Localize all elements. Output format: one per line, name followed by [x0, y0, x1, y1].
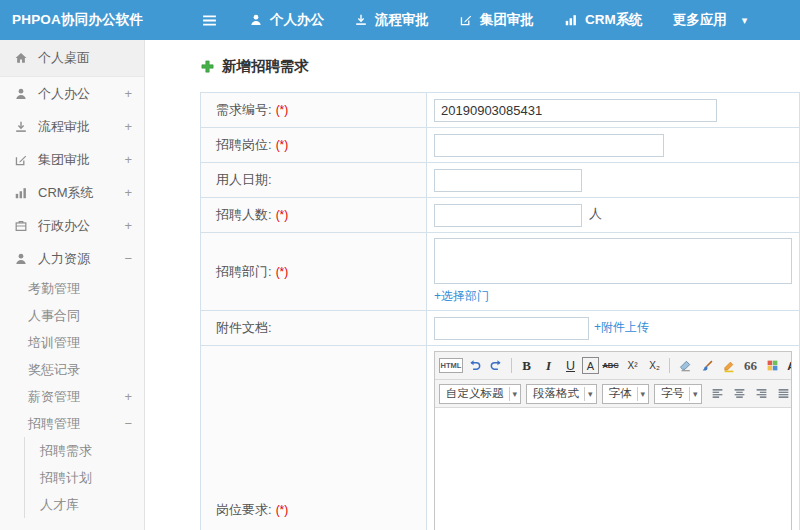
recruit-post-label: 招聘岗位:(*): [201, 128, 427, 163]
italic-button[interactable]: I: [538, 355, 559, 376]
sidebar-item-workflow-approval[interactable]: 流程审批+: [0, 110, 144, 143]
sidebar-item-personal-office[interactable]: 个人办公+: [0, 77, 144, 110]
topnav-label: 集团审批: [480, 11, 534, 29]
topnav-more-apps[interactable]: 更多应用▾: [658, 0, 763, 40]
recruit-count-unit: 人: [589, 206, 602, 221]
editor-toolbar-row2: 自定义标题▾段落格式▾字体▾字号▾: [435, 380, 791, 408]
blockquote-button[interactable]: 66: [740, 355, 761, 376]
topnav-group-approval[interactable]: 集团审批: [444, 0, 549, 40]
plus-icon[interactable]: +: [124, 389, 132, 404]
sidebar-item-group-approval[interactable]: 集团审批+: [0, 143, 144, 176]
edit-icon: [459, 13, 473, 27]
sidebar-item-crm-system[interactable]: CRM系统+: [0, 176, 144, 209]
sidebar-item-training-mgmt[interactable]: 培训管理: [0, 329, 144, 356]
sidebar-item-label: 人力资源: [38, 250, 90, 268]
hire-date-input[interactable]: [434, 169, 582, 192]
superscript-button[interactable]: X²: [622, 355, 643, 376]
topnav-label: 流程审批: [375, 11, 429, 29]
topbar: PHPOA协同办公软件 个人办公流程审批集团审批CRM系统更多应用▾: [0, 0, 800, 40]
align-right-button[interactable]: [751, 383, 772, 404]
sidebar: 个人桌面个人办公+流程审批+集团审批+CRM系统+行政办公+人力资源−考勤管理人…: [0, 40, 145, 530]
sidebar-item-label: 考勤管理: [28, 280, 80, 298]
font-color-button[interactable]: A▾: [784, 355, 791, 376]
align-center-button[interactable]: [729, 383, 750, 404]
align-left-button[interactable]: [707, 383, 728, 404]
plus-icon[interactable]: +: [124, 185, 132, 200]
sidebar-item-attendance-mgmt[interactable]: 考勤管理: [0, 275, 144, 302]
sidebar-item-salary-mgmt[interactable]: 薪资管理+: [0, 383, 144, 410]
select-value: 自定义标题: [446, 386, 504, 401]
font-family-select[interactable]: 字体▾: [602, 384, 650, 404]
editor-content-area[interactable]: [435, 408, 791, 530]
user-icon: [249, 13, 263, 27]
recruit-dept-label: 招聘部门:(*): [201, 233, 427, 311]
minus-icon[interactable]: −: [124, 251, 132, 266]
highlight-button[interactable]: [718, 355, 739, 376]
format-painter-button[interactable]: [696, 355, 717, 376]
font-size-select[interactable]: 字号▾: [654, 384, 702, 404]
demand-no-label: 需求编号:(*): [201, 93, 427, 128]
topnav-personal-office[interactable]: 个人办公: [234, 0, 339, 40]
heading-select[interactable]: 自定义标题▾: [439, 384, 521, 404]
post-requirement-label: 岗位要求:(*): [201, 346, 427, 530]
subscript-button[interactable]: X₂: [644, 355, 665, 376]
font-border-button[interactable]: A: [582, 357, 599, 374]
strikethrough-button[interactable]: ABC: [600, 355, 621, 376]
paragraph-select[interactable]: 段落格式▾: [526, 384, 597, 404]
undo-button[interactable]: [464, 355, 485, 376]
emoticon-button[interactable]: [762, 355, 783, 376]
attachment-input[interactable]: [434, 317, 589, 340]
plus-icon[interactable]: +: [124, 152, 132, 167]
eraser-button[interactable]: [674, 355, 695, 376]
align-justify-button[interactable]: [773, 383, 791, 404]
sidebar-item-recruit-plan[interactable]: 招聘计划: [0, 464, 144, 491]
caret-down-icon: ▾: [584, 387, 596, 401]
sidebar-item-reward-punish[interactable]: 奖惩记录: [0, 356, 144, 383]
page-title: 新增招聘需求: [200, 57, 800, 76]
attachment-upload-link[interactable]: +附件上传: [594, 320, 649, 334]
recruit-dept-textarea[interactable]: [434, 238, 792, 284]
required-mark: (*): [276, 138, 289, 152]
source-button[interactable]: HTML: [439, 358, 463, 373]
underline-button[interactable]: U: [560, 355, 581, 376]
topnav-label: 更多应用: [673, 11, 727, 29]
form-row-recruit-post: 招聘岗位:(*): [201, 128, 800, 163]
people-icon: [14, 252, 30, 266]
caret-down-icon: ▾: [637, 387, 649, 401]
sidebar-item-admin-office[interactable]: 行政办公+: [0, 209, 144, 242]
sidebar-item-recruit-demand[interactable]: 招聘需求: [0, 437, 144, 464]
sidebar-item-label: 培训管理: [28, 334, 80, 352]
plus-icon[interactable]: +: [124, 119, 132, 134]
recruit-post-input[interactable]: [434, 134, 664, 157]
minus-icon[interactable]: −: [124, 416, 132, 431]
sidebar-item-human-resources[interactable]: 人力资源−: [0, 242, 144, 275]
topnav-crm-system[interactable]: CRM系统: [549, 0, 658, 40]
menu-toggle-icon[interactable]: [201, 12, 218, 29]
main-content: 新增招聘需求 需求编号:(*)招聘岗位:(*)用人日期:招聘人数:(*)人招聘部…: [145, 40, 800, 530]
sidebar-item-talent-pool[interactable]: 人才库: [0, 491, 144, 518]
download-icon: [354, 13, 368, 27]
required-mark: (*): [276, 208, 289, 222]
sidebar-item-label: 人事合同: [28, 307, 80, 325]
sidebar-item-personal-desktop[interactable]: 个人桌面: [0, 40, 144, 77]
sidebar-item-recruit-mgmt[interactable]: 招聘管理−: [0, 410, 144, 437]
redo-button[interactable]: [486, 355, 507, 376]
recruit-count-input[interactable]: [434, 204, 582, 227]
hire-date-label: 用人日期:: [201, 163, 427, 198]
demand-no-input[interactable]: [434, 99, 717, 122]
sidebar-item-label: 招聘计划: [40, 469, 92, 487]
sidebar-item-hr-contract[interactable]: 人事合同: [0, 302, 144, 329]
sidebar-item-label: 流程审批: [38, 118, 90, 136]
topnav-workflow-approval[interactable]: 流程审批: [339, 0, 444, 40]
plus-icon[interactable]: +: [124, 218, 132, 233]
app-logo: PHPOA协同办公软件: [0, 11, 145, 29]
plus-icon[interactable]: +: [124, 86, 132, 101]
sidebar-item-label: 行政办公: [38, 217, 90, 235]
form-row-post-requirement: 岗位要求:(*)HTMLBIUAABCX²X₂66A▾自定义标题▾段落格式▾字体…: [201, 346, 800, 530]
bold-button[interactable]: B: [516, 355, 537, 376]
sidebar-item-label: 个人办公: [38, 85, 90, 103]
field-label-text: 招聘部门:: [216, 264, 272, 279]
sidebar-item-label: CRM系统: [38, 184, 94, 202]
recruit-dept-select-link[interactable]: +选择部门: [434, 288, 489, 305]
recruit-count-label: 招聘人数:(*): [201, 198, 427, 233]
